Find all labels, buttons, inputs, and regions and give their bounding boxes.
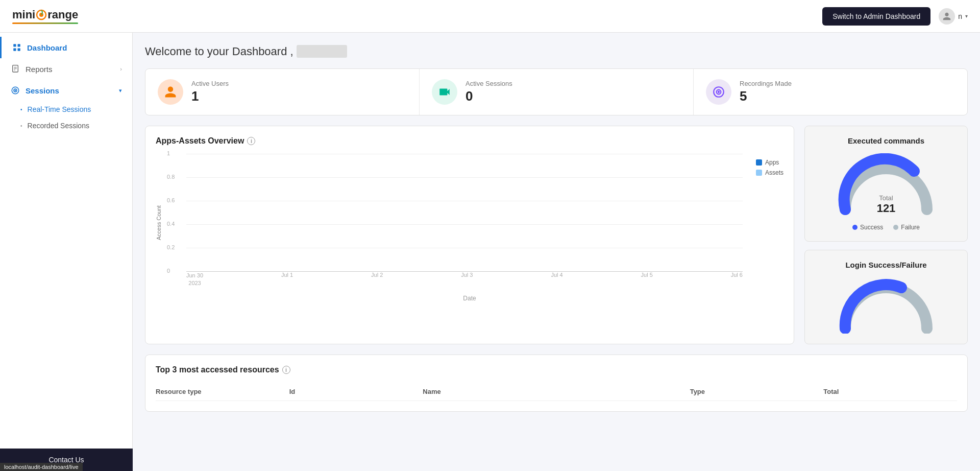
x-label-jun30: Jun 302023 xyxy=(186,272,203,287)
header-right: Switch to Admin Dashboard n ▾ xyxy=(822,7,968,26)
y-label-04: 0.4 xyxy=(167,221,175,227)
svg-rect-3 xyxy=(18,44,20,46)
gauge-labels: Success Failure xyxy=(852,224,920,231)
bar-chart: Access Count 1 0.8 xyxy=(156,154,783,292)
grid-06: 0.6 xyxy=(186,201,743,201)
sessions-chevron-icon: ▾ xyxy=(119,87,122,94)
recordings-info: Recordings Made 5 xyxy=(740,80,792,104)
user-name: n xyxy=(958,12,962,20)
x-label-jul4: Jul 4 xyxy=(551,272,562,287)
main-content: Welcome to your Dashboard , Active Users… xyxy=(133,33,980,471)
chart-section: Apps-Assets Overview i Access Count 1 xyxy=(145,126,794,344)
grid-02: 0.2 xyxy=(186,248,743,248)
login-gauge-container xyxy=(815,277,957,334)
legend-assets-label: Assets xyxy=(765,169,783,176)
legend-apps-label: Apps xyxy=(765,159,779,166)
reports-icon xyxy=(10,64,20,74)
logo-underline xyxy=(12,22,78,24)
table-header: Resource type Id Name Type Total xyxy=(156,383,957,401)
active-sessions-value: 0 xyxy=(465,88,512,104)
chart-title-row: Apps-Assets Overview i xyxy=(156,136,783,146)
active-users-info: Active Users 1 xyxy=(191,80,229,104)
logo-icon xyxy=(36,9,47,20)
legend-apps: Apps xyxy=(756,159,783,166)
user-section[interactable]: n ▾ xyxy=(939,8,968,25)
active-users-value: 1 xyxy=(191,88,229,104)
username-blur xyxy=(297,45,348,58)
chart-grid: 1 0.8 0.6 0.4 xyxy=(186,154,743,271)
chart-legend: Apps Assets xyxy=(756,159,783,176)
grid-04: 0.4 xyxy=(186,224,743,225)
logo-text-mini: mini xyxy=(12,8,35,21)
login-gauge-svg xyxy=(835,277,937,334)
x-axis-title: Date xyxy=(156,295,783,302)
sidebar-label-reports: Reports xyxy=(26,65,53,74)
sidebar-item-sessions[interactable]: Sessions ▾ xyxy=(0,80,132,101)
sidebar-label-dashboard: Dashboard xyxy=(27,43,67,52)
top-resources-section: Top 3 most accessed resources i Resource… xyxy=(145,355,968,412)
status-bar: localhost/audit-dashboard/live xyxy=(0,463,83,471)
chart-info-icon[interactable]: i xyxy=(247,137,255,145)
success-dot xyxy=(852,225,857,230)
sidebar-label-recorded: Recorded Sessions xyxy=(28,122,89,130)
gauge-success-label: Success xyxy=(852,224,883,231)
header: mini range Switch to Admin Dashboard n ▾ xyxy=(0,0,980,33)
chart-area: 1 0.8 0.6 0.4 xyxy=(166,154,783,292)
sidebar-sub-item-realtime[interactable]: Real-Time Sessions ← xyxy=(0,101,132,117)
top-resources-title: Top 3 most accessed resources xyxy=(156,365,279,374)
x-axis: Jun 302023 Jul 1 Jul 2 Jul 3 Jul 4 Jul 5… xyxy=(186,272,743,287)
y-label-1: 1 xyxy=(167,150,170,156)
recordings-label: Recordings Made xyxy=(740,80,792,87)
active-sessions-info: Active Sessions 0 xyxy=(465,80,512,104)
col-type: Type xyxy=(690,388,824,395)
y-label-0: 0 xyxy=(167,268,170,274)
active-sessions-label: Active Sessions xyxy=(465,80,512,87)
switch-admin-button[interactable]: Switch to Admin Dashboard xyxy=(822,7,930,26)
grid-1: 1 xyxy=(186,154,743,154)
active-sessions-icon xyxy=(432,79,457,105)
status-url: localhost/audit-dashboard/live xyxy=(4,464,79,470)
x-label-jul3: Jul 3 xyxy=(461,272,473,287)
svg-text:Total: Total xyxy=(879,194,893,202)
y-label-02: 0.2 xyxy=(167,244,175,250)
gauge-svg: Total 121 xyxy=(835,153,937,220)
layout: Dashboard Reports › Sessions ▾ Real-Time… xyxy=(0,33,980,471)
recordings-value: 5 xyxy=(740,88,792,104)
sidebar-item-reports[interactable]: Reports › xyxy=(0,58,132,80)
y-label-08: 0.8 xyxy=(167,174,175,180)
chart-title: Apps-Assets Overview xyxy=(156,136,244,146)
content-row: Apps-Assets Overview i Access Count 1 xyxy=(145,126,968,344)
sidebar-label-sessions: Sessions xyxy=(26,86,59,95)
gauge-failure-label: Failure xyxy=(893,224,920,231)
sidebar-item-dashboard[interactable]: Dashboard xyxy=(0,37,132,58)
x-label-jul5: Jul 5 xyxy=(641,272,653,287)
executed-commands-panel: Executed commands Total 121 xyxy=(804,126,968,242)
welcome-text: Welcome to your Dashboard , xyxy=(145,45,293,58)
sidebar-label-realtime: Real-Time Sessions xyxy=(28,105,91,113)
stat-active-users: Active Users 1 xyxy=(145,69,420,115)
svg-rect-5 xyxy=(18,49,20,51)
stats-row: Active Users 1 Active Sessions 0 xyxy=(145,68,968,115)
col-name: Name xyxy=(423,388,690,395)
legend-assets: Assets xyxy=(756,169,783,176)
executed-commands-title: Executed commands xyxy=(815,136,957,145)
svg-rect-4 xyxy=(13,49,16,51)
y-axis-label: Access Count xyxy=(156,154,162,292)
top-resources-info-icon[interactable]: i xyxy=(282,366,290,374)
user-avatar xyxy=(939,8,955,25)
recordings-icon xyxy=(706,79,731,105)
svg-point-12 xyxy=(15,90,16,91)
stat-recordings: Recordings Made 5 xyxy=(694,69,967,115)
active-users-icon xyxy=(158,79,183,105)
legend-apps-dot xyxy=(756,159,762,166)
x-label-jul1: Jul 1 xyxy=(281,272,293,287)
svg-text:121: 121 xyxy=(877,202,896,215)
x-label-jul6: Jul 6 xyxy=(731,272,743,287)
sidebar-sub-item-recorded[interactable]: Recorded Sessions xyxy=(0,117,132,134)
right-panels: Executed commands Total 121 xyxy=(804,126,968,344)
logo: mini range xyxy=(12,8,78,24)
svg-rect-2 xyxy=(13,44,16,46)
stat-active-sessions: Active Sessions 0 xyxy=(420,69,694,115)
svg-point-15 xyxy=(718,91,720,93)
dashboard-icon xyxy=(12,43,22,52)
